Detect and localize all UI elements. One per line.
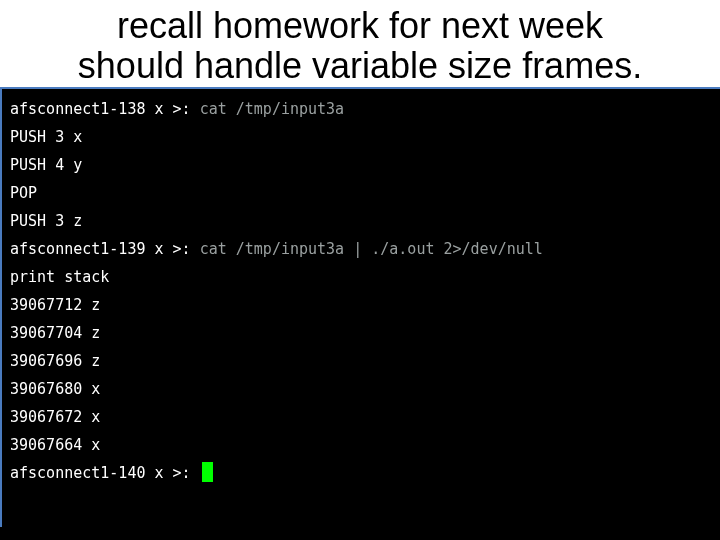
terminal-output: print stack [10, 263, 720, 291]
terminal-output: PUSH 4 y [10, 151, 720, 179]
cursor-icon [202, 462, 213, 482]
title-line-2: should handle variable size frames. [40, 46, 680, 86]
title-line-1: recall homework for next week [40, 6, 680, 46]
shell-prompt: afsconnect1-140 x >: [10, 464, 191, 482]
terminal-output: 39067680 x [10, 375, 720, 403]
shell-command: cat /tmp/input3a [191, 100, 345, 118]
terminal-output: PUSH 3 z [10, 207, 720, 235]
terminal-line: afsconnect1-140 x >: [10, 459, 720, 487]
shell-command: cat /tmp/input3a | ./a.out 2>/dev/null [191, 240, 543, 258]
slide: recall homework for next week should han… [0, 0, 720, 540]
slide-title: recall homework for next week should han… [40, 6, 680, 85]
terminal-line: afsconnect1-138 x >: cat /tmp/input3a [10, 95, 720, 123]
shell-prompt: afsconnect1-138 x >: [10, 100, 191, 118]
heading-wrap: recall homework for next week should han… [0, 0, 720, 87]
terminal-output: 39067696 z [10, 347, 720, 375]
shell-prompt: afsconnect1-139 x >: [10, 240, 191, 258]
terminal: afsconnect1-138 x >: cat /tmp/input3a PU… [0, 87, 720, 527]
terminal-output: 39067704 z [10, 319, 720, 347]
terminal-line: afsconnect1-139 x >: cat /tmp/input3a | … [10, 235, 720, 263]
terminal-output: 39067712 z [10, 291, 720, 319]
terminal-output: PUSH 3 x [10, 123, 720, 151]
terminal-output: 39067664 x [10, 431, 720, 459]
terminal-output: POP [10, 179, 720, 207]
terminal-output: 39067672 x [10, 403, 720, 431]
